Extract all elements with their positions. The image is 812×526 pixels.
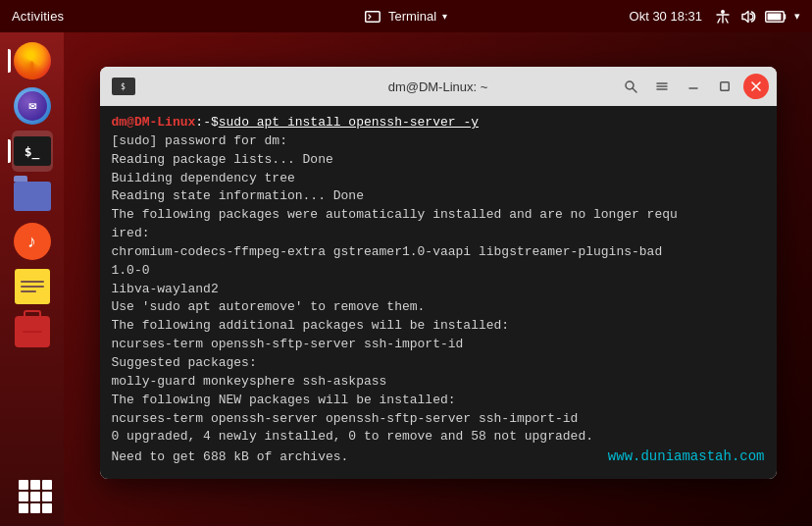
terminal-window: $ dm@DM-Linux: ~ xyxy=(100,67,777,479)
output-line-11: ncurses-term openssh-sftp-server ssh-imp… xyxy=(112,336,765,354)
sidebar-item-firefox[interactable] xyxy=(12,40,53,81)
titlebar-controls xyxy=(618,74,769,99)
output-line-3: Reading state information... Done xyxy=(112,187,765,206)
titlebar-minimize-button[interactable] xyxy=(681,74,706,99)
output-last-row: Need to get 688 kB of archives. www.duni… xyxy=(112,447,765,467)
terminal-menu[interactable]: Terminal ▾ xyxy=(359,7,453,26)
titlebar-terminal-icon: $ xyxy=(112,78,135,95)
command-text: sudo apt install openssh-server -y xyxy=(219,114,479,132)
sidebar-item-apps[interactable] xyxy=(12,473,53,514)
output-line-17: Need to get 688 kB of archives. xyxy=(112,448,349,467)
tray-icons: ▾ xyxy=(714,8,800,26)
output-line-5: ired: xyxy=(112,225,765,243)
main-content: $ dm@DM-Linux: ~ xyxy=(64,32,812,526)
svg-rect-3 xyxy=(768,13,782,20)
svg-line-5 xyxy=(633,88,636,92)
svg-rect-0 xyxy=(366,11,381,22)
sidebar-item-files[interactable] xyxy=(12,176,53,217)
apps-grid-icon xyxy=(15,476,50,511)
sidebar-item-mail[interactable]: ✉ xyxy=(12,85,53,127)
titlebar-close-button[interactable] xyxy=(743,74,769,99)
topbar: Activities Terminal ▾ Okt 30 18:31 xyxy=(0,0,812,32)
terminal-label: Terminal xyxy=(388,9,436,24)
output-line-6: chromium-codecs-ffmpeg-extra gstreamer1.… xyxy=(112,243,765,262)
system-menu-arrow[interactable]: ▾ xyxy=(794,10,800,23)
titlebar-maximize-button[interactable] xyxy=(712,74,737,99)
output-line-8: libva-wayland2 xyxy=(112,281,765,299)
output-line-9: Use 'sudo apt autoremove' to remove them… xyxy=(112,298,765,317)
output-line-2: Building dependency tree xyxy=(112,170,765,188)
prompt-text: dm@DM-Linux xyxy=(112,114,196,132)
output-line-7: 1.0-0 xyxy=(112,262,765,281)
output-line-13: molly-guard monkeysphere ssh-askpass xyxy=(112,373,765,392)
output-line-14: The following NEW packages will be insta… xyxy=(112,392,765,410)
topbar-center: Terminal ▾ xyxy=(359,7,453,26)
titlebar-menu-button[interactable] xyxy=(649,74,675,99)
battery-icon xyxy=(765,10,787,24)
output-line-16: 0 upgraded, 4 newly installed, 0 to remo… xyxy=(112,428,765,447)
output-line-15: ncurses-term openssh-server openssh-sftp… xyxy=(112,410,765,429)
titlebar-left: $ xyxy=(112,78,135,95)
topbar-right: Okt 30 18:31 ▾ xyxy=(630,8,800,26)
sidebar-item-sound[interactable]: ♪ xyxy=(12,221,53,262)
svg-point-1 xyxy=(721,10,725,14)
output-line-10: The following additional packages will b… xyxy=(112,317,765,336)
output-line-12: Suggested packages: xyxy=(112,354,765,373)
terminal-titlebar: $ dm@DM-Linux: ~ xyxy=(100,67,777,106)
prompt-separator: :-$ xyxy=(195,114,218,132)
sidebar: ✉ $_ ♪ xyxy=(0,32,64,526)
watermark-text: www.duniamastah.com xyxy=(608,447,765,466)
terminal-body[interactable]: dm@DM-Linux :-$ sudo apt install openssh… xyxy=(100,106,777,479)
output-line-0: [sudo] password for dm: xyxy=(112,132,765,151)
output-line-4: The following packages were automaticall… xyxy=(112,206,765,225)
accessibility-icon xyxy=(714,8,732,26)
sound-icon[interactable] xyxy=(739,8,757,26)
activities-button[interactable]: Activities xyxy=(12,9,72,24)
datetime-display: Okt 30 18:31 xyxy=(630,9,702,24)
dropdown-arrow-icon: ▾ xyxy=(442,11,447,22)
command-line: dm@DM-Linux :-$ sudo apt install openssh… xyxy=(112,114,765,132)
sidebar-item-terminal[interactable]: $_ xyxy=(12,131,53,172)
titlebar-search-button[interactable] xyxy=(618,74,643,99)
topbar-left: Activities xyxy=(12,9,72,24)
terminal-small-icon xyxy=(365,11,381,23)
sidebar-item-briefcase[interactable] xyxy=(12,311,53,352)
titlebar-title: dm@DM-Linux: ~ xyxy=(388,79,488,94)
sidebar-item-notes[interactable] xyxy=(12,266,53,307)
output-line-1: Reading package lists... Done xyxy=(112,151,765,170)
svg-rect-10 xyxy=(720,82,729,91)
